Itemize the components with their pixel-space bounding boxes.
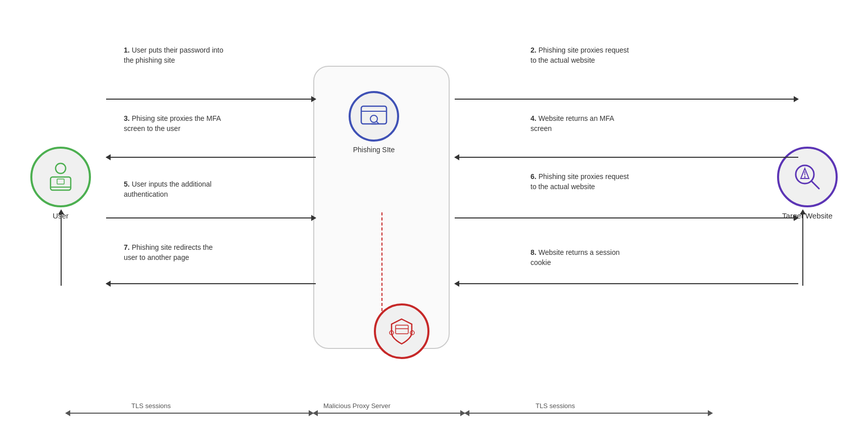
bottom-tls-right-label: TLS sessions — [536, 402, 575, 410]
bottom-tls-left-label: TLS sessions — [131, 402, 171, 410]
bottom-proxy-arrow — [313, 413, 465, 414]
step-3: 3.Phising site proxies the MFA screen to… — [124, 114, 225, 134]
svg-rect-15 — [396, 325, 408, 334]
arrow-step8 — [455, 283, 798, 284]
phishing-diagram: { "title": "Phishing MFA Bypass Diagram"… — [0, 0, 868, 444]
proxy-circle — [374, 303, 429, 359]
actor-proxy — [374, 303, 429, 359]
step-1: 1.User puts their password into the phis… — [124, 46, 225, 65]
step-2: 2.Phishing site proxies request to the a… — [531, 46, 632, 65]
phishing-site-label: Phishing SIte — [353, 146, 395, 154]
svg-point-7 — [370, 115, 377, 122]
arrow-step7 — [106, 283, 316, 284]
step-6: 6.Phishing site proxies request to the a… — [531, 172, 632, 192]
user-icon — [43, 159, 78, 195]
arrow-step4 — [455, 157, 798, 158]
svg-rect-3 — [57, 179, 64, 184]
arrow-step2 — [455, 99, 798, 100]
svg-point-0 — [56, 163, 66, 173]
arrow-user-return — [61, 210, 62, 286]
svg-line-11 — [811, 181, 819, 189]
bottom-tls-left-arrow — [66, 413, 313, 414]
arrow-step1 — [106, 99, 316, 100]
bottom-tls-right-arrow — [465, 413, 712, 414]
target-icon — [790, 159, 825, 195]
dashed-connector — [381, 212, 382, 311]
target-label: Target Website — [782, 211, 833, 220]
phishing-icon — [359, 101, 389, 131]
step-7: 7.Phishing site redirects the user to an… — [124, 243, 225, 262]
arrow-step3 — [106, 157, 316, 158]
step-5: 5.User inputs the additional authenticat… — [124, 180, 225, 199]
arrow-step5 — [106, 217, 316, 218]
step-8: 8.Website returns a session cookie — [531, 248, 632, 268]
step-4: 4.Website returns an MFA screen — [531, 114, 632, 134]
bottom-proxy-label: Malicious Proxy Server — [323, 402, 391, 410]
svg-point-14 — [804, 176, 806, 178]
phishing-circle — [349, 91, 399, 142]
proxy-icon — [385, 315, 418, 348]
actor-phishing: Phishing SIte — [349, 91, 399, 154]
target-circle — [777, 147, 838, 207]
arrow-target-return — [802, 210, 803, 286]
arrow-step6 — [455, 217, 798, 218]
user-circle — [30, 147, 91, 207]
